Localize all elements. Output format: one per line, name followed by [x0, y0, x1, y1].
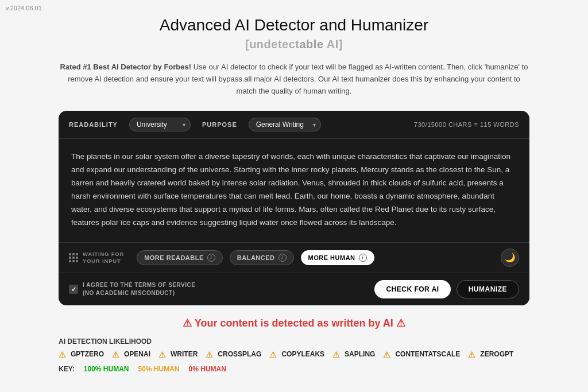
detector-name: GPTZERO	[71, 350, 104, 358]
human-info-icon: i	[359, 254, 367, 262]
detection-result: ⚠ Your content is detected as written by…	[59, 317, 529, 329]
agree-left: I AGREE TO THE TERMS OF SERVICE (NO ACAD…	[69, 281, 374, 297]
action-buttons: CHECK FOR AI HUMANIZE	[374, 280, 519, 298]
agreement-row: I AGREE TO THE TERMS OF SERVICE (NO ACAD…	[59, 273, 529, 305]
detection-title: ⚠ Your content is detected as written by…	[59, 317, 529, 329]
detector-name: WRITER	[171, 350, 198, 358]
card-toolbar: READABILITY University High School Eleme…	[59, 111, 529, 139]
waiting-text: WAITING FOR YOUR INPUT	[83, 251, 124, 265]
detectors-section: AI DETECTION LIKELIHOOD GPTZEROOPENAIWRI…	[59, 337, 529, 373]
detector-item-crossplag: CROSSPLAG	[206, 350, 261, 358]
detector-name: COPYLEAKS	[281, 350, 324, 358]
description-text: Rated #1 Best AI Detector by Forbes! Use…	[59, 61, 529, 97]
key-0-human: 0% HUMAN	[188, 365, 226, 373]
warn-icon-copyleaks	[269, 350, 278, 358]
warn-icon-openai	[112, 350, 121, 358]
description-bold: Rated #1 Best AI Detector by Forbes!	[60, 63, 192, 71]
detector-item-openai: OPENAI	[112, 350, 150, 358]
bottom-bar: WAITING FOR YOUR INPUT MORE READABLE i B…	[59, 242, 529, 273]
toolbar-left: READABILITY University High School Eleme…	[69, 118, 400, 131]
detector-item-copyleaks: COPYLEAKS	[269, 350, 324, 358]
warn-icon-contentatscale	[383, 350, 392, 358]
subtitle: [undetectable AI]	[59, 38, 529, 51]
detector-item-writer: WRITER	[158, 350, 198, 358]
text-area[interactable]: The planets in our solar system offer a …	[59, 139, 529, 242]
readability-select-wrapper[interactable]: University High School Elementary	[129, 118, 191, 131]
key-label: KEY:	[59, 365, 75, 373]
key-100-human: 100% HUMAN	[84, 365, 129, 373]
check-ai-button[interactable]: CHECK FOR AI	[374, 280, 450, 298]
detector-name: SAPLING	[345, 350, 375, 358]
warn-icon-writer	[158, 350, 168, 358]
subtitle-text: [undetectable AI]	[245, 38, 343, 51]
readable-info-icon: i	[207, 254, 215, 262]
detector-item-gptzero: GPTZERO	[59, 350, 104, 358]
page-wrapper: Advanced AI Detector and Humanizer [unde…	[47, 0, 541, 390]
balanced-info-icon: i	[278, 254, 287, 262]
mode-human-btn[interactable]: MORE HUMAN i	[301, 250, 374, 265]
key-50-human: 50% HUMAN	[138, 365, 179, 373]
purpose-select[interactable]: General Writing Essay Article	[249, 118, 321, 131]
agree-text: I AGREE TO THE TERMS OF SERVICE (NO ACAD…	[83, 281, 195, 297]
key-row: KEY: 100% HUMAN 50% HUMAN 0% HUMAN	[59, 365, 529, 373]
grid-icon	[69, 253, 78, 262]
waiting-indicator: WAITING FOR YOUR INPUT	[69, 251, 124, 265]
purpose-select-wrapper[interactable]: General Writing Essay Article	[249, 118, 321, 131]
detector-item-contentatscale: CONTENTATSCALE	[383, 350, 460, 358]
agree-checkbox[interactable]	[69, 285, 78, 294]
warn-icon-zerogpt	[468, 350, 477, 358]
purpose-label: PURPOSE	[202, 121, 237, 128]
detector-name: CONTENTATSCALE	[395, 350, 460, 358]
main-card: READABILITY University High School Eleme…	[59, 111, 529, 305]
warn-icon-gptzero	[59, 350, 68, 358]
detector-name: CROSSPLAG	[218, 350, 261, 358]
page-title: Advanced AI Detector and Humanizer	[59, 16, 529, 34]
mode-readable-btn[interactable]: MORE READABLE i	[137, 250, 223, 265]
detector-name: ZEROGPT	[480, 350, 513, 358]
mode-balanced-btn[interactable]: BALANCED i	[230, 250, 294, 265]
version-label: v.2024.06.01	[6, 5, 42, 11]
detector-name: OPENAI	[124, 350, 150, 358]
warn-icon-sapling	[332, 350, 342, 358]
readability-label: READABILITY	[69, 121, 118, 128]
chars-info: 730/15000 CHARS ≡ 115 WORDS	[414, 121, 519, 128]
moon-button[interactable]: 🌙	[501, 249, 519, 267]
detector-item-sapling: SAPLING	[332, 350, 375, 358]
warn-icon-crossplag	[206, 350, 215, 358]
text-content: The planets in our solar system offer a …	[71, 150, 517, 230]
detector-item-zerogpt: ZEROGPT	[468, 350, 513, 358]
detectors-row: GPTZEROOPENAIWRITERCROSSPLAGCOPYLEAKSSAP…	[59, 350, 529, 358]
humanize-button[interactable]: HUMANIZE	[457, 280, 519, 298]
detectors-label: AI DETECTION LIKELIHOOD	[59, 337, 529, 346]
readability-select[interactable]: University High School Elementary	[129, 118, 191, 131]
